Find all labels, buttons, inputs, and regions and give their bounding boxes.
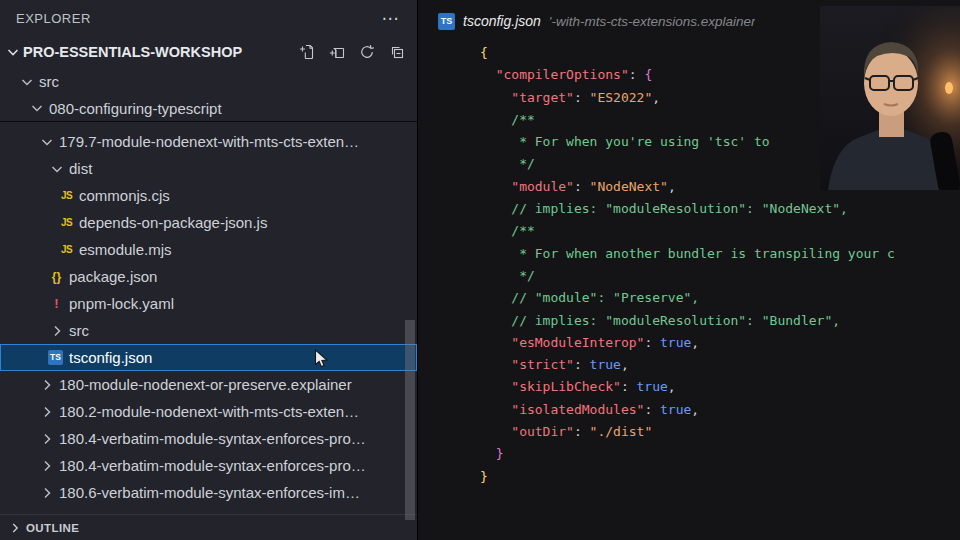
tree-item-label: esmodule.mjs	[79, 241, 172, 258]
tree-item[interactable]: JSesmodule.mjs	[0, 236, 417, 263]
chevron-down-icon	[28, 100, 45, 116]
sidebar-scrollbar[interactable]	[405, 320, 415, 520]
code-line: // "module": "Preserve",	[480, 287, 960, 309]
code-line: "esModuleInterop": true,	[480, 332, 960, 354]
code-line: "strict": true,	[480, 354, 960, 376]
tree-item[interactable]: JSdepends-on-package-json.js	[0, 209, 417, 236]
tree-item[interactable]: !pnpm-lock.yaml	[0, 290, 417, 317]
json-file-icon: {}	[48, 270, 65, 284]
tree-item-label: package.json	[69, 268, 157, 285]
outline-section[interactable]: OUTLINE	[0, 514, 417, 540]
chevron-down-icon	[4, 44, 21, 60]
code-line: /**	[480, 220, 960, 242]
candle-light	[945, 82, 953, 94]
tree-item[interactable]: TStsconfig.json	[0, 344, 417, 371]
explorer-title: EXPLORER	[16, 11, 91, 26]
code-line: // implies: "moduleResolution": "Bundler…	[480, 310, 960, 332]
tree-item-label: src	[39, 73, 59, 90]
chevron-right-icon	[38, 458, 55, 474]
refresh-icon[interactable]	[359, 44, 375, 60]
explorer-header: EXPLORER ⋯	[0, 0, 417, 36]
tree-item-label: 180.6-verbatim-module-syntax-enforces-im…	[59, 484, 360, 501]
tree-item[interactable]: dist	[0, 155, 417, 182]
tree-item-label: 180.4-verbatim-module-syntax-enforces-pr…	[59, 430, 366, 447]
tree-item-label: depends-on-package-json.js	[79, 214, 267, 231]
chevron-down-icon	[48, 161, 65, 177]
tree-item-label: 180.4-verbatim-module-syntax-enforces-pr…	[59, 457, 366, 474]
file-tree: src080-configuring-typescript179.7-modul…	[0, 68, 417, 506]
outline-title: OUTLINE	[26, 522, 79, 534]
presenter-webcam	[820, 6, 960, 190]
code-line: "skipLibCheck": true,	[480, 376, 960, 398]
tree-item-label: dist	[69, 160, 92, 177]
tree-item-label: src	[69, 322, 89, 339]
tree-item[interactable]: 180.4-verbatim-module-syntax-enforces-pr…	[0, 425, 417, 452]
js-file-icon: JS	[58, 217, 75, 228]
workspace-section-header[interactable]: PRO-ESSENTIALS-WORKSHOP	[0, 36, 417, 68]
code-line: "outDir": "./dist"	[480, 421, 960, 443]
tree-item[interactable]: 180-module-nodenext-or-preserve.explaine…	[0, 371, 417, 398]
code-line: }	[480, 466, 960, 488]
tree-item[interactable]: 179.7-module-nodenext-with-mts-cts-exten…	[0, 128, 417, 155]
tree-item[interactable]: 180.2-module-nodenext-with-mts-cts-exten…	[0, 398, 417, 425]
ts-file-icon: TS	[438, 13, 455, 30]
chevron-down-icon	[18, 74, 35, 90]
collapse-all-icon[interactable]	[389, 44, 405, 60]
chevron-right-icon	[38, 485, 55, 501]
new-folder-icon[interactable]	[329, 44, 345, 60]
new-file-icon[interactable]	[299, 44, 315, 60]
chevron-down-icon	[38, 134, 55, 150]
vscode-window: EXPLORER ⋯ PRO-ESSENTIALS-WORKSHOP	[0, 0, 960, 540]
tree-item[interactable]: {}package.json	[0, 263, 417, 290]
tab-path-description: '-with-mts-cts-extensions.explainer	[549, 14, 756, 29]
chevron-right-icon	[38, 377, 55, 393]
tree-item[interactable]: 180.6-verbatim-module-syntax-enforces-im…	[0, 479, 417, 506]
chevron-right-icon	[38, 431, 55, 447]
tree-item-label: 180.2-module-nodenext-with-mts-cts-exten…	[59, 403, 359, 420]
tree-item-label: 180-module-nodenext-or-preserve.explaine…	[59, 376, 352, 393]
section-actions	[299, 44, 405, 60]
explorer-sidebar: EXPLORER ⋯ PRO-ESSENTIALS-WORKSHOP	[0, 0, 418, 540]
tree-item[interactable]: 180.4-verbatim-module-syntax-enforces-pr…	[0, 452, 417, 479]
tab-filename: tsconfig.json	[463, 13, 541, 29]
code-line: }	[480, 443, 960, 465]
chevron-right-icon	[6, 520, 23, 536]
code-line: // implies: "moduleResolution": "NodeNex…	[480, 198, 960, 220]
editor-pane: TS tsconfig.json '-with-mts-cts-extensio…	[418, 0, 960, 540]
tree-item-label: 179.7-module-nodenext-with-mts-cts-exten…	[59, 133, 359, 150]
tree-item-label: commonjs.cjs	[79, 187, 170, 204]
js-file-icon: JS	[58, 244, 75, 255]
tree-item-label: pnpm-lock.yaml	[69, 295, 174, 312]
tree-item[interactable]: JScommonjs.cjs	[0, 182, 417, 209]
workspace-title: PRO-ESSENTIALS-WORKSHOP	[23, 44, 242, 60]
tree-item-label: 080-configuring-typescript	[49, 100, 222, 117]
chevron-right-icon	[38, 404, 55, 420]
ts-file-icon: TS	[48, 350, 63, 365]
tree-item[interactable]: src	[0, 317, 417, 344]
yaml-file-icon: !	[48, 296, 65, 311]
code-line: "isolatedModules": true,	[480, 399, 960, 421]
chevron-right-icon	[48, 323, 65, 339]
tree-item[interactable]: src	[0, 68, 417, 95]
more-actions-icon[interactable]: ⋯	[382, 10, 400, 27]
code-line: * For when another bundler is transpilin…	[480, 243, 960, 265]
tree-item[interactable]: 080-configuring-typescript	[0, 95, 417, 122]
tree-item-label: tsconfig.json	[69, 349, 152, 366]
code-line: */	[480, 265, 960, 287]
js-file-icon: JS	[58, 190, 75, 201]
